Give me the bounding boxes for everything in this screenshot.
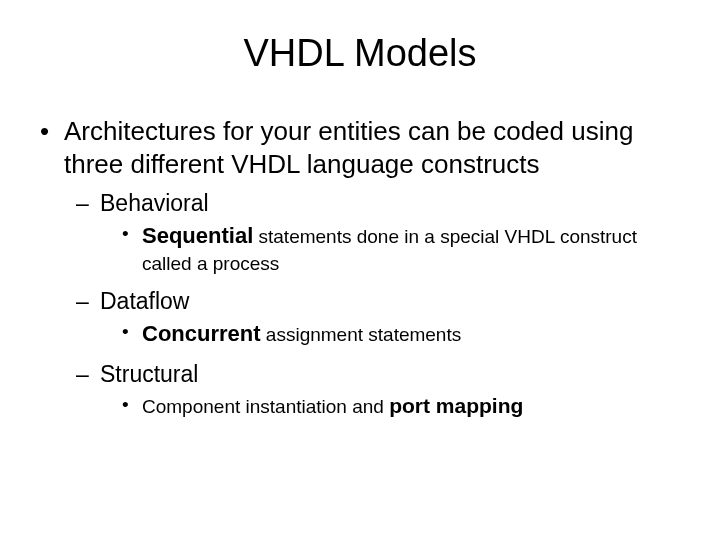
slide-title: VHDL Models [36, 32, 684, 75]
item-structural-label: Structural [100, 361, 198, 387]
behavioral-detail: Sequential statements done in a special … [118, 221, 684, 276]
bullet-main: Architectures for your entities can be c… [36, 115, 684, 421]
dataflow-detail: Concurrent assignment statements [118, 319, 684, 349]
behavioral-sublist: Sequential statements done in a special … [100, 221, 684, 276]
structural-tail: port mapping [389, 394, 523, 417]
slide: VHDL Models Architectures for your entit… [0, 0, 720, 540]
bullet-main-text: Architectures for your entities can be c… [64, 116, 633, 179]
item-behavioral: Behavioral Sequential statements done in… [72, 188, 684, 276]
structural-sublist: Component instantiation and port mapping [100, 392, 684, 420]
structural-pre: Component instantiation and [142, 396, 389, 417]
item-behavioral-label: Behavioral [100, 190, 209, 216]
behavioral-lead: Sequential [142, 223, 253, 248]
bullet-list-l1: Architectures for your entities can be c… [36, 115, 684, 421]
item-dataflow-label: Dataflow [100, 288, 189, 314]
item-structural: Structural Component instantiation and p… [72, 359, 684, 420]
item-dataflow: Dataflow Concurrent assignment statement… [72, 286, 684, 349]
dataflow-sublist: Concurrent assignment statements [100, 319, 684, 349]
bullet-list-l2: Behavioral Sequential statements done in… [64, 188, 684, 421]
dataflow-rest: assignment statements [261, 324, 462, 345]
structural-detail: Component instantiation and port mapping [118, 392, 684, 420]
dataflow-lead: Concurrent [142, 321, 261, 346]
